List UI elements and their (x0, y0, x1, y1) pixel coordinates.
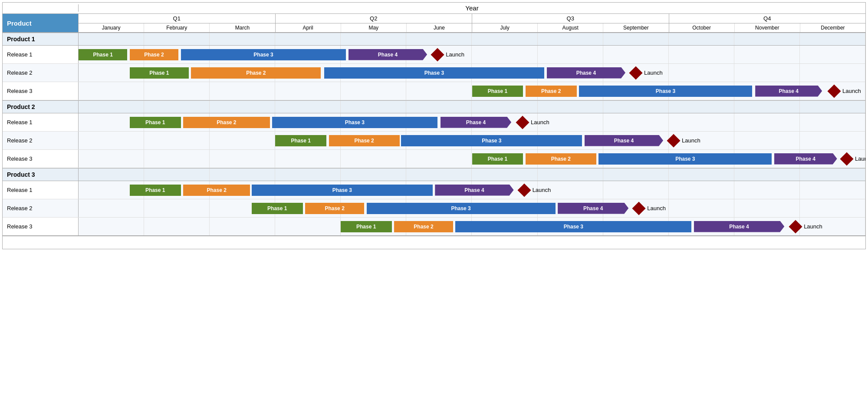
bar-p2-r3-b2: Phase 2 (526, 153, 596, 165)
product-name-3: Product 3 (3, 168, 79, 181)
diamond-icon-p3-r3 (789, 220, 802, 233)
release-row-p2-r1: Release 1Phase 1Phase 2Phase 3Phase 4Lau… (3, 113, 865, 132)
bar-p2-r1-b2: Phase 2 (183, 117, 270, 128)
phase-label-p2-r3-b4: Phase 4 (774, 153, 837, 165)
release-label-p2-r1: Release 1 (3, 113, 79, 131)
phase-label-p2-r1-b4: Phase 4 (441, 117, 511, 128)
release-row-p3-r3: Release 3Phase 1Phase 2Phase 3Phase 4Lau… (3, 218, 865, 236)
bar-p1-r1-b3: Phase 3 (181, 49, 346, 60)
milestone-p2-r3: Launch (840, 154, 866, 164)
phase-label-p3-r3-b2: Phase 2 (394, 221, 453, 232)
bar-p3-r2-b2: Phase 2 (305, 203, 364, 214)
month-label-september: September (603, 23, 668, 32)
bar-p3-r1-b1: Phase 1 (130, 185, 181, 196)
release-timeline-p1-r1: Phase 1Phase 2Phase 3Phase 4Launch (79, 46, 865, 63)
launch-label-p2-r3: Launch (855, 155, 866, 162)
bar-p2-r1-b1: Phase 1 (130, 117, 181, 128)
quarter-label-q4: Q4 (669, 14, 866, 23)
quarters-header: Product Q1JanuaryFebruaryMarchQ2AprilMay… (3, 14, 865, 33)
product-timeline-2 (79, 101, 865, 113)
product-column-header: Product (3, 14, 79, 32)
release-label-p2-r3: Release 3 (3, 150, 79, 168)
month-label-july: July (472, 23, 538, 32)
gantt-body: Product 1Release 1Phase 1Phase 2Phase 3P… (3, 33, 865, 236)
phase-label-p2-r1-b2: Phase 2 (183, 117, 270, 128)
bar-p1-r2-b4: Phase 4 (547, 67, 625, 79)
launch-label-p3-r3: Launch (804, 223, 822, 230)
phase-label-p2-r3-b2: Phase 2 (526, 153, 596, 165)
phase-label-p1-r3-b2: Phase 2 (526, 86, 577, 97)
bar-p2-r3-b1: Phase 1 (472, 153, 523, 165)
bar-p3-r2-b1: Phase 1 (252, 203, 303, 214)
milestone-p3-r1: Launch (518, 185, 551, 195)
footer-row (3, 236, 865, 249)
bar-p1-r1-b1: Phase 1 (79, 49, 127, 60)
quarters-area: Q1JanuaryFebruaryMarchQ2AprilMayJuneQ3Ju… (79, 14, 865, 32)
month-label-april: April (276, 23, 341, 32)
bar-p2-r1-b4: Phase 4 (441, 117, 511, 128)
bar-p3-r3-b1: Phase 1 (341, 221, 392, 232)
month-label-march: March (210, 23, 275, 32)
phase-label-p1-r1-b1: Phase 1 (79, 49, 127, 60)
diamond-icon-p3-r1 (517, 183, 531, 197)
bar-p3-r1-b3: Phase 3 (252, 185, 433, 196)
release-timeline-p2-r3: Phase 1Phase 2Phase 3Phase 4Launch (79, 150, 865, 168)
launch-label-p1-r1: Launch (446, 51, 464, 58)
diamond-icon-p1-r2 (629, 66, 643, 79)
milestone-p2-r2: Launch (667, 136, 700, 145)
release-timeline-p2-r2: Phase 1Phase 2Phase 3Phase 4Launch (79, 132, 865, 149)
phase-label-p1-r2-b3: Phase 3 (324, 67, 545, 79)
bar-p1-r2-b1: Phase 1 (130, 67, 189, 79)
bar-p2-r2-b4: Phase 4 (585, 135, 663, 146)
phase-label-p2-r2-b2: Phase 2 (329, 135, 400, 146)
release-timeline-p3-r1: Phase 1Phase 2Phase 3Phase 4Launch (79, 181, 865, 199)
phase-label-p2-r1-b1: Phase 1 (130, 117, 181, 128)
phase-label-p1-r1-b2: Phase 2 (130, 49, 178, 60)
phase-label-p3-r1-b3: Phase 3 (252, 185, 433, 196)
diamond-icon-p2-r1 (516, 116, 529, 129)
milestone-p2-r1: Launch (516, 118, 549, 127)
bar-p1-r3-b4: Phase 4 (755, 86, 822, 97)
launch-label-p2-r2: Launch (682, 137, 700, 144)
release-timeline-p3-r3: Phase 1Phase 2Phase 3Phase 4Launch (79, 218, 865, 235)
phase-label-p1-r3-b3: Phase 3 (579, 86, 752, 97)
bar-p3-r3-b3: Phase 3 (455, 221, 691, 232)
phase-label-p3-r3-b3: Phase 3 (455, 221, 691, 232)
release-timeline-p3-r2: Phase 1Phase 2Phase 3Phase 4Launch (79, 199, 865, 217)
release-row-p3-r1: Release 1Phase 1Phase 2Phase 3Phase 4Lau… (3, 181, 865, 199)
bar-p3-r1-b4: Phase 4 (435, 185, 513, 196)
release-row-p1-r1: Release 1Phase 1Phase 2Phase 3Phase 4Lau… (3, 46, 865, 64)
product-name-1: Product 1 (3, 33, 79, 45)
phase-label-p1-r2-b4: Phase 4 (547, 67, 625, 79)
quarter-label-q2: Q2 (276, 14, 472, 23)
diamond-icon-p2-r2 (667, 134, 681, 147)
quarter-label-q3: Q3 (472, 14, 669, 23)
quarter-block-q4: Q4OctoberNovemberDecember (669, 14, 866, 32)
release-row-p3-r2: Release 2Phase 1Phase 2Phase 3Phase 4Lau… (3, 199, 865, 218)
bar-p1-r3-b3: Phase 3 (579, 86, 752, 97)
diamond-icon-p1-r1 (431, 48, 444, 61)
phase-label-p1-r3-b1: Phase 1 (472, 86, 523, 97)
phase-label-p3-r1-b4: Phase 4 (435, 185, 513, 196)
bar-p1-r2-b3: Phase 3 (324, 67, 545, 79)
month-label-october: October (669, 23, 735, 32)
phase-label-p1-r2-b1: Phase 1 (130, 67, 189, 79)
diamond-icon-p2-r3 (840, 152, 853, 165)
month-label-may: May (341, 23, 407, 32)
milestone-p1-r2: Launch (629, 68, 663, 78)
release-label-p1-r1: Release 1 (3, 46, 79, 63)
month-label-november: November (735, 23, 800, 32)
milestone-p3-r2: Launch (632, 204, 666, 213)
phase-label-p1-r2-b2: Phase 2 (191, 67, 321, 79)
release-label-p2-r2: Release 2 (3, 132, 79, 149)
phase-label-p2-r2-b3: Phase 3 (401, 135, 582, 146)
bar-p1-r2-b2: Phase 2 (191, 67, 321, 79)
launch-label-p1-r2: Launch (644, 69, 663, 76)
month-label-august: August (538, 23, 603, 32)
release-timeline-p1-r2: Phase 1Phase 2Phase 3Phase 4Launch (79, 64, 865, 82)
release-label-p3-r2: Release 2 (3, 199, 79, 217)
milestone-p1-r1: Launch (431, 50, 464, 59)
release-label-p1-r2: Release 2 (3, 64, 79, 82)
bar-p2-r2-b3: Phase 3 (401, 135, 582, 146)
release-row-p1-r3: Release 3Phase 1Phase 2Phase 3Phase 4Lau… (3, 82, 865, 100)
